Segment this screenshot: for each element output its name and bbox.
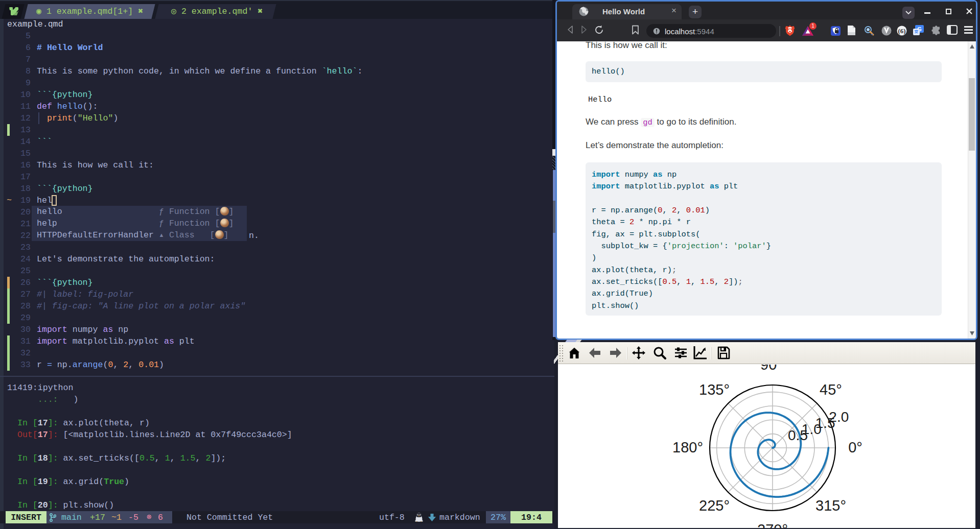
svg-text:2.0: 2.0	[829, 409, 849, 425]
svg-text:(6): (6)	[898, 27, 905, 35]
svg-text:0°: 0°	[848, 439, 862, 455]
svg-text:225°: 225°	[699, 497, 730, 514]
svg-text:135°: 135°	[699, 381, 730, 398]
svg-text:45°: 45°	[820, 381, 842, 398]
svg-text:180°: 180°	[672, 439, 703, 455]
svg-text:90°: 90°	[760, 365, 783, 373]
svg-text:315°: 315°	[815, 497, 846, 514]
